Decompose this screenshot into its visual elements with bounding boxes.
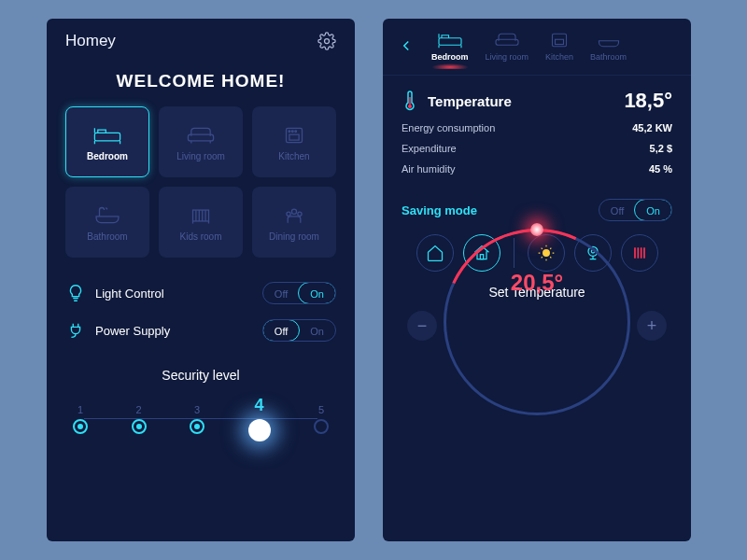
power-off[interactable]: Off [262,319,300,342]
security-levels: 1 2 3 4 5 [65,396,336,441]
room-label: Kitchen [278,151,309,161]
security-level-2[interactable]: 2 [132,404,147,434]
temperature-title: Temperature [428,93,512,109]
tab-bathroom[interactable]: Bathroom [590,30,627,62]
bed-icon [92,123,123,147]
light-toggle[interactable]: Off On [262,282,336,304]
temperature-panel: Temperature 18,5° Energy consumption45,2… [383,76,691,188]
room-bathroom[interactable]: Bathroom [65,187,149,258]
dining-icon [278,203,310,228]
svg-point-9 [291,209,296,214]
security-level-3[interactable]: 3 [190,404,204,434]
svg-rect-2 [188,134,213,141]
saving-toggle[interactable]: Off On [599,199,672,221]
room-bedroom[interactable]: Bedroom [65,106,149,177]
room-detail-screen: Bedroom Living room Kitchen Bathroom Tem… [383,19,691,541]
bath-icon [595,30,623,50]
saving-on[interactable]: On [634,199,672,221]
security-level-1[interactable]: 1 [73,404,88,434]
quick-controls: Light Control Off On Power Supply Off On [47,258,355,358]
svg-rect-12 [439,38,461,46]
header: Homey [47,19,355,63]
light-control-row: Light Control Off On [65,274,336,312]
svg-rect-13 [496,39,518,45]
room-living-room[interactable]: Living room [159,106,243,177]
room-grid: Bedroom Living room Kitchen Bathroom Kid… [47,106,355,258]
dial-value: 20,5° [444,270,630,296]
tab-bedroom[interactable]: Bedroom [431,30,469,62]
stat-humidity: Air humidity45 % [402,163,672,175]
svg-point-7 [295,130,297,132]
security-level-5[interactable]: 5 [314,404,329,434]
radiator-icon [630,244,649,262]
room-dining-room[interactable]: Dining room [252,187,336,258]
bulb-icon [65,283,86,303]
thermometer-icon [402,90,418,112]
light-on[interactable]: On [298,282,336,304]
sofa-icon [185,123,217,147]
temperature-value: 18,5° [624,89,672,113]
bed-icon [436,30,464,50]
stat-expenditure: Expenditure5,2 $ [402,143,672,154]
temperature-dial[interactable]: 20,5° [444,229,630,415]
room-label: Bathroom [87,231,127,242]
back-icon[interactable] [398,37,415,54]
room-label: Bedroom [87,151,128,161]
oven-icon [278,123,310,147]
power-on[interactable]: On [299,320,335,341]
bath-icon [92,203,123,228]
svg-rect-8 [193,210,209,221]
welcome-title: Welcome Home! [47,71,355,91]
settings-icon[interactable] [317,32,336,50]
tab-kitchen[interactable]: Kitchen [545,30,573,62]
svg-rect-4 [289,134,299,140]
svg-point-11 [298,212,302,216]
set-temperature-section: Set Temperature − + 20,5° [383,272,691,341]
room-kitchen[interactable]: Kitchen [252,106,336,177]
plug-icon [65,320,86,341]
svg-point-0 [325,39,330,44]
power-control-label: Power Supply [95,324,170,338]
svg-rect-15 [556,39,564,44]
stat-energy: Energy consumption45,2 KW [402,122,672,133]
room-label: Dining room [269,231,319,242]
svg-point-5 [289,130,290,132]
home-screen: Homey Welcome Home! Bedroom Living room … [47,19,355,541]
saving-mode-label: Saving mode [402,203,477,217]
svg-point-16 [408,105,412,108]
saving-off[interactable]: Off [599,200,635,220]
svg-rect-1 [94,133,120,141]
room-label: Kids room [179,231,221,242]
security-section: Security level 1 2 3 4 5 [47,358,355,441]
dial-knob[interactable] [530,223,543,236]
room-tabs: Bedroom Living room Kitchen Bathroom [383,19,691,69]
home-icon [426,244,444,262]
security-title: Security level [65,368,336,383]
oven-icon [545,30,573,50]
light-control-label: Light Control [95,287,164,301]
tab-living-room[interactable]: Living room [486,30,529,62]
security-level-4[interactable]: 4 [248,396,271,441]
svg-point-10 [287,212,290,216]
crib-icon [185,203,217,228]
room-label: Living room [176,151,225,161]
app-title: Homey [65,32,116,50]
temp-increase-button[interactable]: + [637,311,667,341]
power-toggle[interactable]: Off On [262,319,336,342]
temp-decrease-button[interactable]: − [407,311,437,341]
room-kids-room[interactable]: Kids room [159,187,243,258]
sofa-icon [493,30,521,50]
light-off[interactable]: Off [263,283,299,303]
power-control-row: Power Supply Off On [65,312,336,349]
svg-point-6 [291,130,293,132]
